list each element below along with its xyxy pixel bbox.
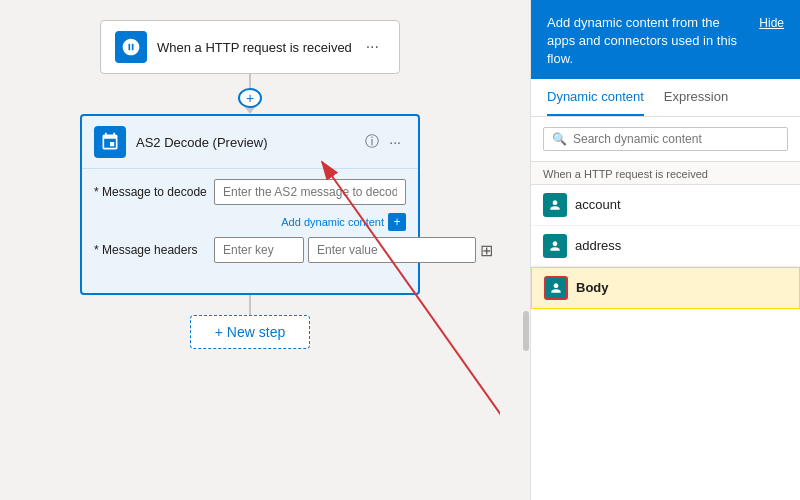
- scrollbar-track[interactable]: [522, 310, 530, 490]
- http-icon: [121, 37, 141, 57]
- trigger-title: When a HTTP request is received: [157, 40, 360, 55]
- list-item[interactable]: Body: [531, 267, 800, 309]
- account-icon: [548, 198, 562, 212]
- panel-tabs: Dynamic content Expression: [531, 79, 800, 117]
- scrollbar-thumb[interactable]: [523, 311, 529, 351]
- section-label: When a HTTP request is received: [531, 161, 800, 185]
- search-dynamic-content-input[interactable]: [573, 132, 779, 146]
- as2-title: AS2 Decode (Preview): [136, 135, 360, 150]
- address-item-label: address: [575, 238, 621, 253]
- message-to-decode-row: * Message to decode: [94, 179, 406, 205]
- header-value-input[interactable]: [308, 237, 476, 263]
- panel-header: Add dynamic content from the apps and co…: [531, 0, 800, 79]
- dynamic-content-plus-button[interactable]: +: [388, 213, 406, 231]
- header-table-button[interactable]: ⊞: [480, 241, 493, 260]
- body-item-icon: [544, 276, 568, 300]
- as2-body: * Message to decode Add dynamic content …: [82, 169, 418, 281]
- connector: +: [30, 74, 470, 114]
- body-item-label: Body: [576, 280, 609, 295]
- message-headers-label: * Message headers: [94, 243, 214, 257]
- account-item-icon: [543, 193, 567, 217]
- trigger-more-button[interactable]: ···: [360, 36, 385, 58]
- list-item[interactable]: account: [531, 185, 800, 226]
- as2-info-button[interactable]: ⓘ: [360, 131, 384, 153]
- new-step-area: + New step: [30, 295, 470, 349]
- main-canvas: When a HTTP request is received ··· + AS…: [0, 0, 800, 500]
- dynamic-content-panel: Add dynamic content from the apps and co…: [530, 0, 800, 500]
- dynamic-content-link-row: Add dynamic content +: [94, 213, 406, 231]
- account-item-label: account: [575, 197, 621, 212]
- trigger-block: When a HTTP request is received ···: [100, 20, 400, 74]
- panel-header-text: Add dynamic content from the apps and co…: [547, 14, 749, 69]
- new-step-connector-line: [249, 295, 251, 315]
- address-icon: [548, 239, 562, 253]
- as2-header: AS2 Decode (Preview) ⓘ ···: [82, 116, 418, 169]
- trigger-icon: [115, 31, 147, 63]
- message-to-decode-input[interactable]: [214, 179, 406, 205]
- as2-more-button[interactable]: ···: [384, 132, 406, 152]
- dynamic-content-link[interactable]: Add dynamic content: [281, 216, 384, 228]
- flow-area: When a HTTP request is received ··· + AS…: [0, 0, 500, 500]
- message-headers-row: * Message headers ⊞: [94, 237, 406, 263]
- search-box: 🔍: [543, 127, 788, 151]
- as2-decode-block: AS2 Decode (Preview) ⓘ ··· * Message to …: [80, 114, 420, 295]
- as2-icon: [94, 126, 126, 158]
- connector-line: [249, 74, 251, 88]
- header-key-input[interactable]: [214, 237, 304, 263]
- tab-dynamic-content[interactable]: Dynamic content: [547, 79, 644, 116]
- hide-panel-button[interactable]: Hide: [759, 16, 784, 30]
- tab-expression[interactable]: Expression: [664, 79, 728, 116]
- content-items-list: When a HTTP request is received account …: [531, 161, 800, 500]
- search-icon: 🔍: [552, 132, 567, 146]
- body-icon: [549, 281, 563, 295]
- list-item[interactable]: address: [531, 226, 800, 267]
- address-item-icon: [543, 234, 567, 258]
- new-step-button[interactable]: + New step: [190, 315, 310, 349]
- add-step-button[interactable]: +: [238, 88, 262, 108]
- as2-decode-icon: [100, 132, 120, 152]
- message-to-decode-label: * Message to decode: [94, 185, 214, 199]
